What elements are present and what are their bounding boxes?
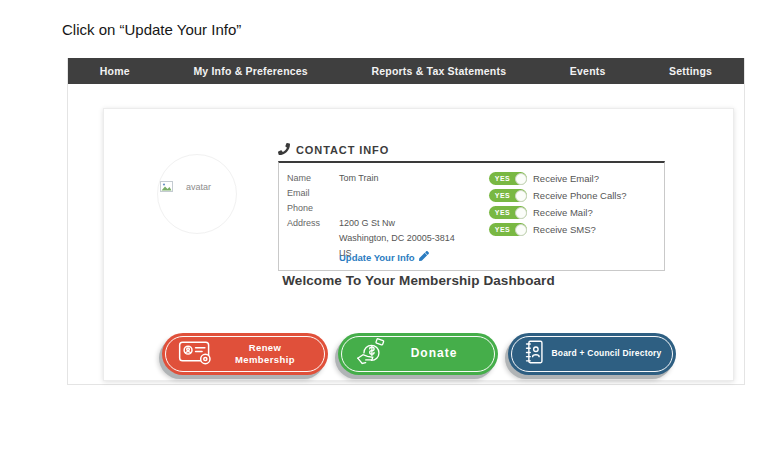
board-council-directory-button[interactable]: Board + Council Directory — [508, 333, 676, 375]
renew-membership-label: Renew Membership — [215, 342, 328, 367]
update-your-info-link[interactable]: Update Your Info — [339, 251, 429, 263]
toggle-row-receive-sms: YES Receive SMS? — [489, 223, 626, 236]
email-label: Email — [287, 186, 339, 201]
welcome-heading: Welcome To Your Membership Dashboard — [104, 273, 733, 288]
receive-sms-label: Receive SMS? — [533, 224, 596, 235]
broken-image-icon — [160, 178, 173, 196]
screenshot-canvas: Click on “Update Your Info” Home My Info… — [0, 0, 771, 468]
toggle-state-label: YES — [489, 172, 516, 185]
field-row-email: Email — [287, 186, 455, 201]
update-your-info-label: Update Your Info — [339, 252, 415, 263]
pencil-icon — [419, 251, 429, 263]
receive-email-label: Receive Email? — [533, 173, 599, 184]
nav-item-home[interactable]: Home — [100, 65, 130, 77]
contact-fields: Name Tom Train Email Phone Address 1200 … — [287, 171, 455, 261]
contact-info-heading: CONTACT INFO — [278, 143, 389, 157]
dashboard-card: avatar CONTACT INFO Name Tom Train Email — [103, 108, 734, 381]
action-buttons-row: Renew Membership — [104, 333, 733, 375]
receive-sms-toggle[interactable]: YES — [489, 223, 527, 236]
top-navbar: Home My Info & Preferences Reports & Tax… — [68, 58, 744, 84]
receive-mail-toggle[interactable]: YES — [489, 206, 527, 219]
renew-membership-button[interactable]: Renew Membership — [162, 333, 328, 375]
donate-hand-money-icon — [355, 337, 387, 371]
donate-label: Donate — [387, 346, 498, 362]
phone-icon — [278, 143, 290, 157]
avatar-broken-image: avatar — [160, 178, 211, 196]
receive-email-toggle[interactable]: YES — [489, 172, 527, 185]
receive-phone-calls-toggle[interactable]: YES — [489, 189, 527, 202]
field-row-phone: Phone — [287, 201, 455, 216]
field-row-name: Name Tom Train — [287, 171, 455, 186]
name-value: Tom Train — [339, 171, 379, 186]
nav-item-settings[interactable]: Settings — [669, 65, 712, 77]
nav-item-my-info-preferences[interactable]: My Info & Preferences — [193, 65, 308, 77]
toggle-state-label: YES — [489, 223, 516, 236]
task-instruction: Click on “Update Your Info” — [62, 21, 241, 38]
toggle-row-receive-phone-calls: YES Receive Phone Calls? — [489, 189, 626, 202]
contact-info-heading-label: CONTACT INFO — [296, 144, 389, 156]
browser-viewport: Home My Info & Preferences Reports & Tax… — [67, 58, 745, 385]
nav-item-events[interactable]: Events — [570, 65, 606, 77]
address-line-2: Washington, DC 20005-3814 — [287, 231, 455, 246]
toggle-row-receive-email: YES Receive Email? — [489, 172, 626, 185]
toggle-row-receive-mail: YES Receive Mail? — [489, 206, 626, 219]
toggle-knob — [515, 190, 527, 202]
toggle-knob — [515, 207, 527, 219]
field-row-address: Address 1200 G St Nw — [287, 216, 455, 231]
receive-mail-label: Receive Mail? — [533, 207, 593, 218]
toggle-state-label: YES — [489, 189, 516, 202]
donate-button[interactable]: Donate — [338, 333, 498, 375]
toggle-state-label: YES — [489, 206, 516, 219]
nav-item-reports-tax-statements[interactable]: Reports & Tax Statements — [372, 65, 507, 77]
membership-card-icon — [177, 338, 215, 370]
contact-info-box: Name Tom Train Email Phone Address 1200 … — [278, 161, 665, 271]
toggle-knob — [515, 224, 527, 236]
directory-notebook-icon — [522, 338, 546, 370]
address-line-1: 1200 G St Nw — [339, 216, 395, 231]
renew-label-line1: Renew — [215, 342, 316, 354]
address-label: Address — [287, 216, 339, 231]
toggle-knob — [515, 173, 527, 185]
board-council-directory-label: Board + Council Directory — [546, 348, 676, 359]
receive-phone-calls-label: Receive Phone Calls? — [533, 190, 626, 201]
renew-label-line2: Membership — [215, 354, 316, 366]
phone-label: Phone — [287, 201, 339, 216]
avatar-alt-text: avatar — [186, 182, 211, 192]
preference-toggles: YES Receive Email? YES Receive Phone Cal… — [489, 172, 626, 236]
name-label: Name — [287, 171, 339, 186]
